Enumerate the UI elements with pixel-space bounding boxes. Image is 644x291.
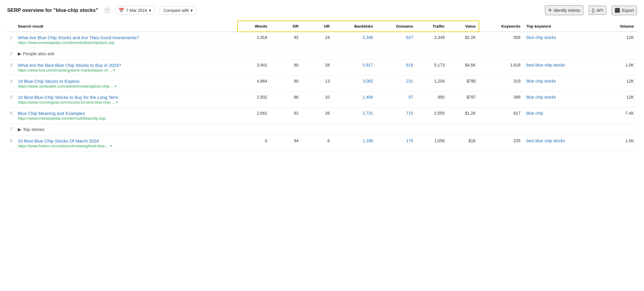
url-chevron-icon: ▾ (116, 100, 118, 104)
traffic-cell: 3,349 (416, 32, 447, 48)
url-chevron-icon: ▾ (115, 84, 117, 88)
dr-cell: 92 (270, 32, 301, 48)
col-dr-header: DR (270, 21, 301, 32)
top-keyword-link[interactable]: blue chip stocks (526, 79, 556, 83)
backlinks-cell[interactable]: 3,082 (333, 76, 376, 92)
domains-cell[interactable]: 175 (376, 135, 416, 151)
backlinks-cell[interactable]: 5,917 (333, 60, 376, 76)
domains-link[interactable]: 97 (409, 95, 413, 99)
row-number: 2 (7, 48, 15, 60)
domains-cell[interactable]: 231 (376, 76, 416, 92)
result-title[interactable]: What Are Blue Chip Stocks and Are They G… (18, 35, 139, 40)
col-traffic-header: Traffic (416, 21, 447, 32)
serp-table: Search result Words DR UR Backlinks Doma… (7, 20, 637, 151)
result-title[interactable]: Blue Chip Meaning and Examples (18, 111, 85, 116)
backlinks-link[interactable]: 1,489 (363, 95, 373, 99)
dr-cell: 90 (270, 60, 301, 76)
traffic-cell: 5,173 (416, 60, 447, 76)
result-url[interactable]: https://www.morningstar.com/stocks/10-be… (18, 100, 235, 105)
table-row: 2 ▶People also ask (7, 48, 637, 60)
table-row: 3 What Are the Best Blue Chip Stocks to … (7, 60, 637, 76)
domains-cell[interactable]: 97 (376, 92, 416, 108)
backlinks-link[interactable]: 5,917 (363, 63, 373, 67)
col-words-header: Words (238, 21, 270, 32)
row-number: 1 (7, 32, 15, 48)
identify-icon: ✛ (548, 7, 552, 13)
backlinks-link[interactable]: 1,186 (363, 138, 373, 143)
result-cell: Blue Chip Meaning and Examples https://w… (15, 108, 238, 124)
result-url[interactable]: https://www.fool.com/investing/stock-mar… (18, 68, 235, 72)
top-keyword-cell[interactable]: blue chip stocks (523, 32, 601, 48)
backlinks-cell[interactable]: 2,731 (333, 108, 376, 124)
words-cell: 2,932 (238, 92, 270, 108)
top-keyword-cell[interactable]: blue chip (523, 108, 601, 124)
backlinks-link[interactable]: 2,731 (363, 111, 373, 116)
table-body: 1 What Are Blue Chip Stocks and Are They… (7, 32, 637, 151)
calendar-icon: 📅 (119, 8, 124, 13)
expand-icon: ▶ (18, 51, 21, 56)
top-keyword-cell[interactable]: blue chip stocks (523, 92, 601, 108)
col-top-keyword-header: Top keyword (523, 21, 601, 32)
table-header-row: Search result Words DR UR Backlinks Doma… (7, 21, 637, 32)
domains-cell[interactable]: 618 (376, 60, 416, 76)
result-title[interactable]: What Are the Best Blue Chip Stocks to Bu… (18, 63, 121, 68)
backlinks-cell[interactable]: 1,489 (333, 92, 376, 108)
keywords-cell: 235 (479, 135, 524, 151)
domains-cell[interactable]: 627 (376, 32, 416, 48)
row-number: 4 (7, 76, 15, 92)
top-keyword-link[interactable]: blue chip stocks (526, 95, 556, 99)
top-keyword-link[interactable]: best blue chip stocks (526, 63, 565, 67)
domains-cell[interactable]: 715 (376, 108, 416, 124)
result-title[interactable]: 10 Best Blue-Chip Stocks to Buy for the … (18, 95, 118, 100)
backlinks-link[interactable]: 2,346 (363, 35, 373, 40)
identify-intents-button[interactable]: ✛ Identify intents (545, 5, 583, 15)
row-number: 7 (7, 124, 15, 135)
words-cell: 1,918 (238, 32, 270, 48)
top-keyword-cell[interactable]: blue chip stocks (523, 76, 601, 92)
domains-link[interactable]: 231 (406, 79, 413, 83)
date-picker-button[interactable]: 📅 7 Mar 2024 ▾ (115, 6, 154, 15)
domains-link[interactable]: 627 (406, 35, 413, 40)
result-cell: 19 Blue-Chip Stocks to Explore https://w… (15, 76, 238, 92)
result-url[interactable]: https://www.forbes.com/advisor/investing… (18, 144, 235, 148)
backlinks-cell[interactable]: 1,186 (333, 135, 376, 151)
words-cell: 0 (238, 135, 270, 151)
words-cell: 3,941 (238, 60, 270, 76)
backlinks-cell[interactable]: 2,346 (333, 32, 376, 48)
volume-cell: 12K (601, 92, 637, 108)
traffic-cell: 2,555 (416, 108, 447, 124)
top-keyword-link[interactable]: blue chip (526, 111, 543, 116)
expandable-row-label[interactable]: ▶Top stories (15, 124, 637, 135)
ur-cell: 26 (301, 108, 333, 124)
top-keyword-cell[interactable]: best blue chip stocks (523, 60, 601, 76)
col-ur-header: UR (301, 21, 333, 32)
result-url[interactable]: https://www.investopedia.com/terms/b/blu… (18, 40, 235, 45)
table-row: 8 10 Best Blue Chip Stocks Of March 2024… (7, 135, 637, 151)
result-title[interactable]: 10 Best Blue Chip Stocks Of March 2024 (18, 138, 99, 143)
ur-cell: 24 (301, 32, 333, 48)
result-cell: 10 Best Blue Chip Stocks Of March 2024 h… (15, 135, 238, 151)
backlinks-link[interactable]: 3,082 (363, 79, 373, 83)
top-keyword-cell[interactable]: best blue chip stocks (523, 135, 601, 151)
domains-link[interactable]: 175 (406, 138, 413, 143)
domains-link[interactable]: 618 (406, 63, 413, 67)
result-title[interactable]: 19 Blue-Chip Stocks to Explore (18, 79, 80, 84)
col-backlinks-header: Backlinks (333, 21, 376, 32)
volume-cell: 7.4K (601, 108, 637, 124)
chevron-down-icon: ▾ (149, 8, 151, 13)
volume-cell: 1.0K (601, 60, 637, 76)
compare-with-button[interactable]: Compare with ▾ (160, 6, 197, 15)
expandable-row-label[interactable]: ▶People also ask (15, 48, 637, 60)
export-icon: ⬛ (615, 8, 620, 13)
top-keyword-link[interactable]: blue chip stocks (526, 35, 556, 40)
ur-cell: 10 (301, 92, 333, 108)
result-url[interactable]: https://www.investopedia.com/terms/b/blu… (18, 116, 235, 121)
dr-cell: 92 (270, 108, 301, 124)
top-keyword-link[interactable]: best blue chip stocks (526, 138, 565, 143)
domains-link[interactable]: 715 (406, 111, 413, 116)
api-button[interactable]: {} API (589, 6, 606, 15)
result-url[interactable]: https://www.nerdwallet.com/article/inves… (18, 84, 235, 88)
export-button[interactable]: ⬛ Export (612, 6, 637, 15)
col-value-header: Value (447, 21, 479, 32)
help-icon[interactable]: ? (105, 8, 110, 13)
